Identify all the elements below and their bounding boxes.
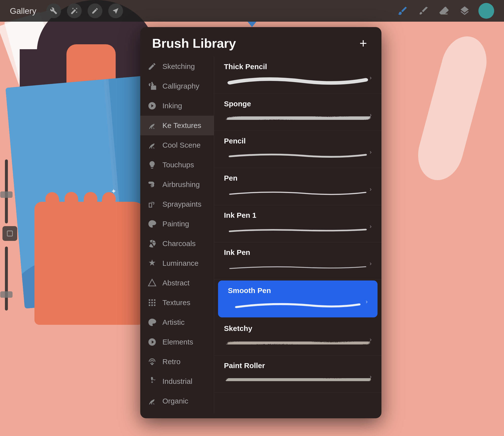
sketching-label: Sketching: [162, 62, 195, 71]
sidebar-item-spraypaints[interactable]: Spraypaints: [140, 194, 214, 214]
finger-3: [82, 192, 98, 231]
brush-preview-paint-roller: ›: [224, 373, 372, 387]
airbrushing-icon: [148, 180, 157, 189]
brush-tool[interactable]: [396, 4, 410, 18]
retro-icon: [148, 357, 157, 366]
size-thumb[interactable]: [0, 291, 13, 298]
sidebar-item-luminance[interactable]: Luminance: [140, 253, 214, 273]
spraypaints-icon: [148, 200, 157, 209]
brush-preview-ink-pen-1: ›: [224, 223, 372, 236]
wrench-button[interactable]: [46, 3, 61, 18]
brush-name-thick-pencil: Thick Pencil: [224, 62, 372, 71]
brush-item-pencil[interactable]: Pencil ›: [214, 131, 381, 168]
elements-label: Elements: [162, 338, 193, 346]
brush-preview-sketchy: ›: [224, 336, 372, 349]
brush-item-thick-pencil[interactable]: Thick Pencil ›: [214, 57, 381, 94]
magic-button[interactable]: [67, 3, 82, 18]
sidebar-item-artistic[interactable]: Artistic: [140, 312, 214, 332]
brush-item-sponge[interactable]: Sponge ›: [214, 94, 381, 131]
brush-name-ink-pen-1: Ink Pen 1: [224, 211, 372, 219]
edit-icon-ink-pen: ›: [370, 260, 372, 267]
layers-tool[interactable]: [458, 4, 472, 18]
sidebar-item-abstract[interactable]: Abstract: [140, 273, 214, 293]
organic-icon: [148, 397, 157, 405]
white-decorative-shape: [412, 31, 493, 185]
textures-label: Textures: [162, 298, 190, 307]
brush-item-ink-pen-1[interactable]: Ink Pen 1 ›: [214, 205, 381, 242]
sidebar-item-organic[interactable]: Organic: [140, 391, 214, 411]
pen-tool[interactable]: [416, 4, 430, 18]
sketching-icon: [148, 62, 157, 71]
sidebar-item-retro[interactable]: Retro: [140, 352, 214, 372]
edit-icon-pen: ›: [370, 186, 372, 193]
edit-icon-paint-roller: ›: [370, 373, 372, 380]
sidebar-item-textures[interactable]: Textures: [140, 293, 214, 312]
charcoals-icon: [148, 239, 157, 248]
sidebar-item-touchups[interactable]: Touchups: [140, 155, 214, 175]
brush-item-paint-roller[interactable]: Paint Roller ›: [214, 356, 381, 393]
organic-label: Organic: [162, 397, 188, 405]
brush-preview-pencil: ›: [224, 149, 372, 162]
edit-icon-sketchy: ›: [370, 336, 372, 343]
brush-library-content: Sketching Calligraphy Inking: [140, 57, 381, 413]
inking-label: Inking: [162, 102, 182, 110]
finger-2: [64, 192, 79, 232]
artistic-icon: [148, 318, 157, 327]
elements-icon: [148, 338, 157, 346]
brush-list: Thick Pencil › Sponge: [214, 57, 381, 413]
touchups-icon: [148, 160, 157, 169]
brush-name-smooth-pen: Smooth Pen: [228, 286, 368, 295]
arrow-button[interactable]: [108, 3, 123, 18]
touchups-label: Touchups: [162, 161, 194, 169]
opacity-slider[interactable]: [5, 159, 8, 223]
brush-name-sponge: Sponge: [224, 100, 372, 108]
edit-icon-thick-pencil: ›: [370, 74, 372, 81]
sidebar-item-ke-textures[interactable]: Ke Textures: [140, 116, 214, 135]
toolbar-left-icons: [46, 3, 123, 18]
brush-preview-pen: ›: [224, 186, 372, 199]
sidebar-square-tool[interactable]: [2, 226, 17, 241]
add-brush-button[interactable]: +: [357, 37, 370, 50]
sidebar-item-elements[interactable]: Elements: [140, 332, 214, 352]
brush-name-pen: Pen: [224, 174, 372, 182]
size-slider[interactable]: [5, 247, 8, 311]
sketchbook-button[interactable]: [88, 3, 102, 18]
brush-preview-smooth-pen: ›: [228, 298, 368, 311]
abstract-label: Abstract: [162, 279, 189, 287]
brush-library-panel: Brush Library + Sketching Calligraphy: [140, 27, 381, 418]
topbar: Gallery: [0, 0, 504, 22]
painting-icon: [148, 219, 157, 228]
edit-icon-ink-pen-1: ›: [370, 223, 372, 230]
brush-name-pencil: Pencil: [224, 137, 372, 145]
industrial-label: Industrial: [162, 377, 192, 386]
brush-preview-thick-pencil: ›: [224, 74, 372, 88]
user-avatar[interactable]: [478, 3, 494, 19]
charcoals-label: Charcoals: [162, 239, 196, 248]
sidebar-item-water[interactable]: Water: [140, 411, 214, 413]
cool-scene-icon: [148, 141, 157, 150]
airbrushing-label: Airbrushing: [162, 180, 200, 189]
sidebar-item-sketching[interactable]: Sketching: [140, 57, 214, 76]
gallery-button[interactable]: Gallery: [10, 6, 36, 16]
brush-item-ink-pen[interactable]: Ink Pen ›: [214, 242, 381, 280]
sidebar-item-charcoals[interactable]: Charcoals: [140, 234, 214, 253]
luminance-icon: [148, 259, 157, 268]
brush-item-smooth-pen[interactable]: Smooth Pen ›: [218, 280, 378, 317]
brush-item-pen[interactable]: Pen ›: [214, 168, 381, 205]
eraser-tool[interactable]: [437, 4, 451, 18]
retro-label: Retro: [162, 358, 180, 366]
sidebar-item-calligraphy[interactable]: Calligraphy: [140, 76, 214, 96]
inking-icon: [148, 101, 157, 110]
sidebar-item-airbrushing[interactable]: Airbrushing: [140, 175, 214, 194]
left-sidebar: [0, 157, 22, 312]
character-fingers: [49, 192, 112, 231]
sidebar-item-cool-scene[interactable]: Cool Scene: [140, 135, 214, 155]
opacity-thumb[interactable]: [0, 191, 13, 198]
ke-textures-icon: [148, 121, 157, 130]
sidebar-item-industrial[interactable]: Industrial: [140, 372, 214, 391]
sidebar-item-inking[interactable]: Inking: [140, 96, 214, 116]
luminance-label: Luminance: [162, 259, 199, 267]
brush-item-sketchy[interactable]: Sketchy ›: [214, 318, 381, 356]
category-list: Sketching Calligraphy Inking: [140, 57, 214, 413]
sidebar-item-painting[interactable]: Painting: [140, 214, 214, 234]
